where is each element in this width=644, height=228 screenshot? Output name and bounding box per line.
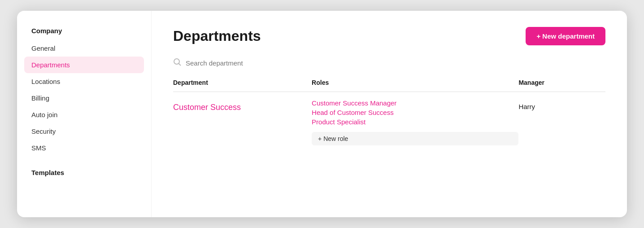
new-department-button[interactable]: + New department (526, 27, 605, 45)
sidebar-item-general[interactable]: General (17, 40, 151, 57)
app-window: Company General Departments Locations Bi… (17, 11, 627, 217)
sidebar-company-title: Company (17, 27, 151, 40)
role-item-1[interactable]: Head of Customer Success (312, 109, 518, 116)
sidebar-item-billing[interactable]: Billing (17, 90, 151, 106)
manager-name: Harry (518, 99, 605, 110)
sidebar-templates-title: Templates (17, 156, 151, 178)
role-item-2[interactable]: Product Specialist (312, 118, 518, 126)
col-header-roles: Roles (312, 79, 518, 92)
main-header: Departments + New department (173, 27, 605, 45)
departments-table: Department Roles Manager Customer Succes… (173, 79, 605, 153)
col-header-department: Department (173, 79, 312, 92)
search-input[interactable] (186, 59, 302, 67)
svg-line-1 (179, 64, 181, 66)
table-row: Customer Success Customer Success Manage… (173, 92, 605, 153)
search-bar (173, 58, 605, 68)
department-name[interactable]: Customer Success (173, 99, 312, 112)
sidebar-item-sms[interactable]: SMS (17, 140, 151, 156)
sidebar-item-security[interactable]: Security (17, 123, 151, 140)
search-icon (173, 58, 181, 68)
col-header-manager: Manager (518, 79, 605, 92)
sidebar-item-auto-join[interactable]: Auto join (17, 106, 151, 123)
main-content: Departments + New department Department … (152, 11, 627, 217)
sidebar: Company General Departments Locations Bi… (17, 11, 152, 217)
sidebar-item-departments[interactable]: Departments (24, 57, 144, 73)
new-role-button[interactable]: + New role (312, 132, 518, 145)
sidebar-item-locations[interactable]: Locations (17, 73, 151, 90)
role-item-0[interactable]: Customer Success Manager (312, 99, 518, 107)
roles-list: Customer Success Manager Head of Custome… (312, 99, 518, 145)
page-title: Departments (173, 28, 261, 44)
